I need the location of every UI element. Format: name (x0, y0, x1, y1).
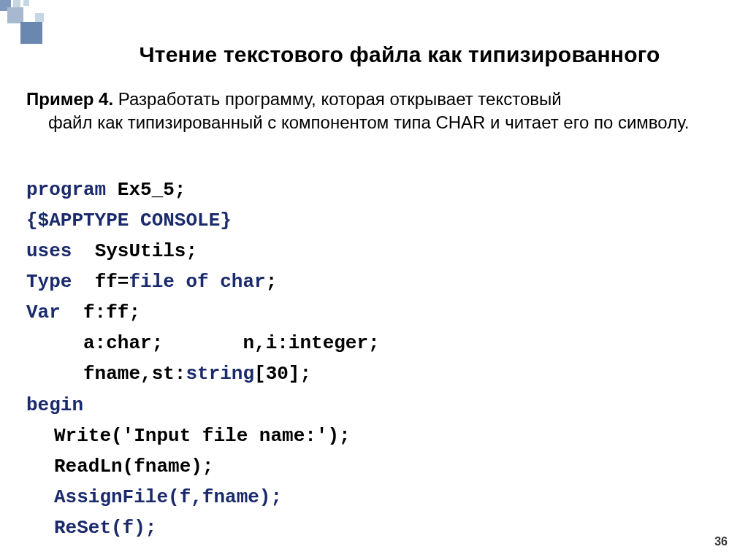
code-line-5: Var f:ff; (26, 297, 722, 328)
code-line-9: Write('Input file name:'); (26, 421, 722, 451)
code-line-6: a:char; n,i:integer; (26, 328, 722, 358)
code-line-3: uses SysUtils; (26, 236, 722, 266)
code-line-2: {$APPTYPE CONSOLE} (26, 205, 722, 236)
code-line-1: program Ex5_5; (26, 174, 722, 205)
corner-decoration (0, 0, 58, 44)
content-area: Пример 4. Разработать программу, которая… (0, 67, 748, 543)
slide-title: Чтение текстового файла как типизированн… (0, 0, 748, 67)
code-line-8: begin (26, 390, 722, 421)
code-line-7: fname,st:string[30]; (26, 358, 722, 389)
code-line-10: ReadLn(fname); (26, 451, 722, 482)
description-first-line: Разработать программу, которая открывает… (113, 89, 562, 109)
example-description: Пример 4. Разработать программу, которая… (26, 88, 722, 135)
page-number: 36 (714, 535, 728, 548)
code-line-12: ReSet(f); (26, 513, 722, 543)
code-block: program Ex5_5; {$APPTYPE CONSOLE} uses S… (26, 174, 722, 543)
code-line-4: Type ff=file of char; (26, 266, 722, 297)
code-line-11: AssignFile(f,fname); (26, 482, 722, 513)
example-label: Пример 4. (26, 89, 113, 109)
description-rest: файл как типизированный с компонентом ти… (26, 111, 722, 134)
